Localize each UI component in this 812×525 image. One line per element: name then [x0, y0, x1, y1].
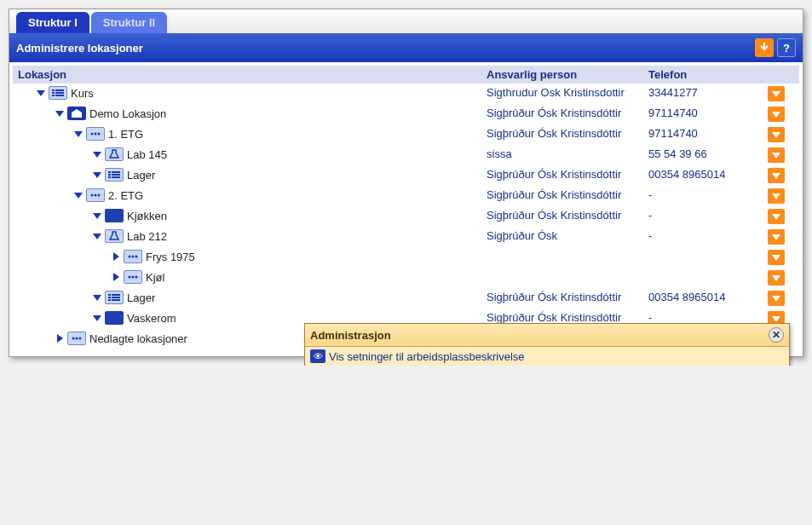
location-label[interactable]: Lab 212 — [127, 230, 167, 243]
table-row: KursSigthrudur Osk Kristinsdottir3344127… — [13, 84, 799, 104]
disclosure-down-icon[interactable] — [91, 148, 103, 160]
location-label[interactable]: Kurs — [71, 87, 94, 100]
close-icon[interactable]: ✕ — [769, 327, 784, 343]
svg-point-7 — [95, 133, 97, 136]
phone-cell — [643, 268, 763, 273]
svg-point-6 — [91, 133, 94, 136]
disclosure-down-icon[interactable] — [35, 87, 47, 99]
phone-cell: 00354 8965014 — [643, 288, 763, 306]
svg-point-21 — [129, 276, 131, 279]
disclosure-down-icon[interactable] — [91, 230, 103, 242]
download-icon[interactable] — [755, 38, 774, 57]
svg-point-22 — [132, 276, 135, 279]
context-menu-item-label: Vis setninger til arbeidsplassbeskrivels… — [329, 350, 525, 363]
row-menu-button[interactable] — [768, 127, 785, 142]
row-menu-button[interactable] — [768, 250, 785, 265]
phone-cell: - — [643, 186, 763, 204]
svg-rect-5 — [55, 95, 64, 96]
person-cell — [481, 247, 643, 252]
svg-rect-11 — [108, 174, 111, 176]
context-menu-title: Administrasjon — [310, 329, 391, 342]
rect-icon — [105, 311, 124, 325]
svg-point-18 — [129, 256, 131, 258]
svg-rect-12 — [112, 174, 120, 176]
location-label[interactable]: Nedlagte lokasjoner — [89, 332, 187, 345]
svg-rect-1 — [55, 89, 64, 91]
app-window: Struktur I Struktur II Administrere loka… — [9, 9, 803, 357]
person-cell: Sigþrúður Ósk Kristinsdóttir — [481, 206, 643, 224]
context-menu: Administrasjon ✕ 👁Vis setninger til arbe… — [304, 323, 790, 366]
row-menu-button[interactable] — [768, 188, 785, 204]
person-cell — [481, 268, 643, 273]
phone-cell: - — [643, 227, 763, 245]
disclosure-down-icon[interactable] — [54, 107, 66, 119]
row-menu-button[interactable] — [768, 86, 785, 101]
context-menu-item[interactable]: 👁Vis setninger til arbeidsplassbeskrivel… — [305, 347, 789, 366]
table-row: Frys 1975 — [13, 247, 799, 268]
svg-point-20 — [135, 256, 138, 258]
disclosure-down-icon[interactable] — [91, 312, 103, 324]
person-cell: sissa — [481, 145, 643, 163]
svg-rect-27 — [112, 297, 120, 298]
svg-rect-26 — [108, 297, 111, 298]
row-menu-button[interactable] — [768, 229, 785, 245]
location-label[interactable]: Kjøkken — [127, 210, 167, 222]
list-icon — [105, 168, 124, 182]
disclosure-down-icon[interactable] — [91, 210, 103, 222]
svg-point-19 — [132, 256, 135, 258]
row-menu-button[interactable] — [768, 168, 785, 183]
col-telefon: Telefon — [643, 66, 763, 84]
title-bar: Administrere lokasjoner ? — [9, 33, 803, 62]
house-icon — [67, 107, 86, 120]
dots-icon — [86, 188, 105, 202]
svg-rect-14 — [112, 176, 120, 178]
svg-rect-9 — [108, 171, 111, 173]
table-row: Lab 145sissa55 54 39 66 — [13, 145, 799, 165]
row-menu-button[interactable] — [768, 291, 785, 306]
row-menu-button[interactable] — [768, 270, 785, 286]
location-label[interactable]: Lager — [127, 291, 155, 304]
location-label[interactable]: 2. ETG — [108, 189, 143, 202]
location-label[interactable]: Lab 145 — [127, 148, 167, 161]
svg-rect-2 — [52, 92, 55, 94]
help-icon[interactable]: ? — [777, 38, 796, 57]
location-label[interactable]: Frys 1975 — [146, 251, 195, 263]
phone-cell: 97114740 — [643, 104, 763, 122]
location-label[interactable]: Demo Lokasjon — [89, 107, 166, 120]
disclosure-right-icon[interactable] — [54, 332, 66, 344]
row-menu-button[interactable] — [768, 107, 785, 122]
content: Lokasjon Ansvarlig person Telefon KursSi… — [9, 62, 803, 356]
table-row: 1. ETGSigþrúður Ósk Kristinsdóttir971147… — [13, 124, 799, 145]
svg-point-17 — [98, 194, 101, 197]
disclosure-down-icon[interactable] — [91, 291, 103, 303]
svg-point-15 — [91, 194, 94, 197]
phone-cell: - — [643, 206, 763, 224]
table-body: KursSigthrudur Osk Kristinsdottir3344127… — [13, 84, 799, 349]
svg-point-30 — [72, 338, 75, 340]
tab-struktur-2[interactable]: Struktur II — [91, 12, 167, 33]
location-label[interactable]: Lager — [127, 169, 155, 182]
row-menu-button[interactable] — [768, 209, 785, 224]
svg-rect-29 — [112, 299, 120, 301]
person-cell: Sigþrúður Ósk Kristinsdóttir — [481, 165, 643, 183]
rect-icon — [105, 209, 124, 222]
phone-cell: 00354 8965014 — [643, 165, 763, 183]
location-label[interactable]: Vaskerom — [127, 312, 176, 325]
location-label[interactable]: Kjøl — [146, 271, 164, 284]
disclosure-down-icon[interactable] — [91, 169, 103, 181]
phone-cell: 55 54 39 66 — [643, 145, 763, 163]
location-label[interactable]: 1. ETG — [108, 128, 143, 141]
col-lokasjon: Lokasjon — [13, 66, 481, 84]
svg-rect-25 — [112, 294, 120, 296]
disclosure-down-icon[interactable] — [72, 128, 84, 140]
col-ansvarlig: Ansvarlig person — [481, 66, 643, 84]
row-menu-button[interactable] — [768, 147, 785, 163]
table-header: Lokasjon Ansvarlig person Telefon — [13, 66, 799, 84]
context-menu-header: Administrasjon ✕ — [305, 324, 789, 347]
svg-point-8 — [98, 133, 101, 136]
tab-struktur-1[interactable]: Struktur I — [16, 12, 89, 33]
disclosure-down-icon[interactable] — [72, 189, 84, 201]
disclosure-right-icon[interactable] — [110, 251, 122, 262]
disclosure-right-icon[interactable] — [110, 271, 122, 283]
table-row: Demo LokasjonSigþrúður Ósk Kristinsdótti… — [13, 104, 799, 124]
